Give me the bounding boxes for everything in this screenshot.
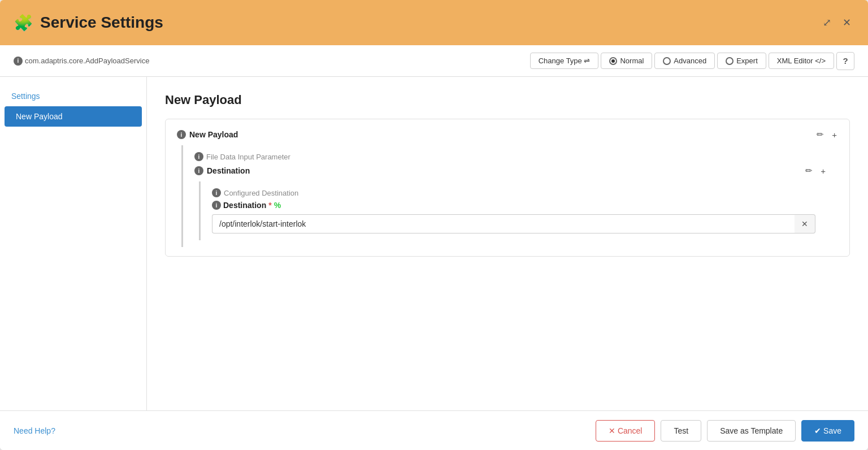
modal-window: 🧩 Service Settings ⤢ ✕ i com.adaptris.co…	[0, 0, 868, 450]
destination-info-icon[interactable]: i	[194, 166, 203, 175]
new-payload-label: New Payload	[189, 130, 238, 139]
advanced-label: Advanced	[674, 57, 706, 65]
normal-radio-dot	[609, 57, 617, 65]
expert-label: Expert	[736, 57, 758, 65]
xml-editor-button[interactable]: XML Editor </>	[769, 53, 834, 69]
advanced-radio-dot	[663, 57, 671, 65]
modal-footer: Need Help? ✕ Cancel Test Save as Templat…	[0, 410, 868, 450]
sidebar-section-label[interactable]: Settings	[0, 88, 146, 104]
new-payload-actions: ✏ +	[815, 128, 838, 141]
destination-add-button[interactable]: +	[819, 165, 827, 177]
dest-field-info-icon[interactable]: i	[212, 201, 221, 210]
save-template-button[interactable]: Save as Template	[707, 420, 796, 442]
configured-destination-label: i Configured Destination	[212, 188, 815, 197]
sidebar-item-new-payload[interactable]: New Payload	[5, 106, 142, 127]
main-content: New Payload i New Payload ✏ + i	[147, 77, 868, 410]
service-info-icon[interactable]: i	[14, 57, 23, 66]
file-data-input-section: i File Data Input Parameter i Destinatio…	[181, 145, 838, 247]
destination-field-row: i Destination * %	[212, 201, 815, 210]
file-data-input-label: i File Data Input Parameter	[194, 152, 827, 161]
normal-mode-button[interactable]: Normal	[601, 53, 652, 69]
change-type-button[interactable]: Change Type ⇌	[530, 53, 599, 69]
close-button[interactable]: ✕	[839, 14, 854, 31]
destination-input-row: ✕	[212, 214, 815, 233]
destination-section: i Destination ✏ + i	[194, 165, 827, 240]
resize-button[interactable]: ⤢	[819, 14, 835, 31]
normal-label: Normal	[620, 57, 644, 65]
new-payload-header-left: i New Payload	[177, 130, 238, 139]
configured-destination-section: i Configured Destination i Destination *…	[199, 181, 827, 240]
required-star: *	[268, 201, 271, 210]
cancel-button[interactable]: ✕ Cancel	[596, 420, 655, 442]
footer-actions: ✕ Cancel Test Save as Template ✔ Save	[596, 420, 854, 442]
toolbar: i com.adaptris.core.AddPayloadService Ch…	[0, 45, 868, 77]
help-button[interactable]: ?	[836, 52, 854, 70]
destination-field-label: i Destination * %	[212, 201, 281, 210]
view-modes: Change Type ⇌ Normal Advanced Expert XML…	[530, 52, 854, 70]
new-payload-add-button[interactable]: +	[831, 129, 838, 141]
destination-label: Destination	[207, 166, 250, 175]
metadata-icon: %	[274, 201, 281, 210]
destination-actions: ✏ +	[804, 165, 827, 177]
destination-input[interactable]	[212, 214, 795, 233]
destination-edit-button[interactable]: ✏	[804, 165, 814, 177]
advanced-mode-button[interactable]: Advanced	[654, 53, 715, 69]
destination-header-left: i Destination	[194, 166, 250, 175]
puzzle-icon: 🧩	[14, 14, 33, 32]
configured-dest-info-icon[interactable]: i	[212, 188, 221, 197]
modal-header: 🧩 Service Settings ⤢ ✕	[0, 0, 868, 45]
section-title: New Payload	[165, 93, 850, 107]
header-actions: ⤢ ✕	[819, 14, 854, 31]
modal-body: Settings New Payload New Payload i New P…	[0, 77, 868, 410]
save-button[interactable]: ✔ Save	[801, 420, 854, 442]
destination-card-header: i Destination ✏ +	[194, 165, 827, 177]
file-data-info-icon[interactable]: i	[194, 152, 203, 161]
test-button[interactable]: Test	[661, 420, 701, 442]
header-left: 🧩 Service Settings	[14, 14, 163, 32]
expert-mode-button[interactable]: Expert	[717, 53, 766, 69]
new-payload-edit-button[interactable]: ✏	[815, 128, 825, 141]
sidebar: Settings New Payload	[0, 77, 147, 410]
new-payload-card-header: i New Payload ✏ +	[177, 128, 838, 141]
need-help-link[interactable]: Need Help?	[14, 426, 55, 435]
service-id: i com.adaptris.core.AddPayloadService	[14, 57, 149, 66]
modal-title: Service Settings	[40, 14, 163, 32]
new-payload-info-icon[interactable]: i	[177, 130, 186, 139]
expert-radio-dot	[726, 57, 734, 65]
destination-clear-button[interactable]: ✕	[795, 214, 815, 233]
service-id-text: com.adaptris.core.AddPayloadService	[25, 57, 149, 65]
new-payload-card: i New Payload ✏ + i File Data Input Para…	[165, 119, 850, 257]
